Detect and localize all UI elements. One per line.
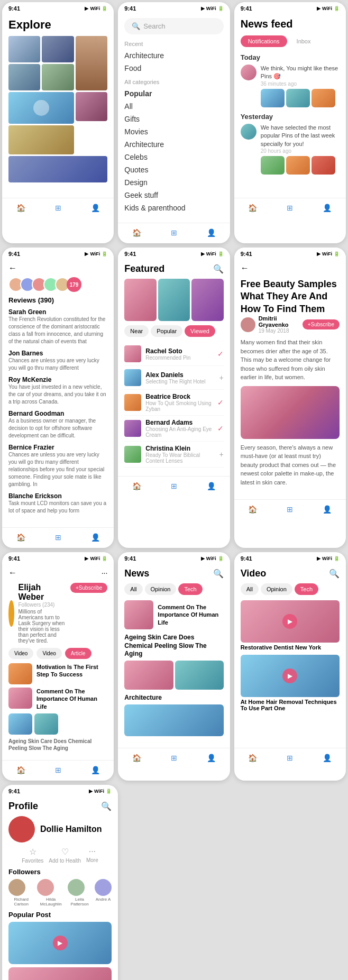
pin-item: Christina Klein Ready To Wear Biblical C… — [124, 442, 223, 468]
pin-thumb — [124, 345, 141, 362]
back-button[interactable]: ← — [241, 263, 249, 273]
nav-home[interactable]: 🏠 — [15, 765, 26, 775]
tab-video-1[interactable]: Video — [8, 648, 33, 659]
photo-cell-wide[interactable] — [8, 92, 74, 124]
more-button[interactable]: ··· — [102, 569, 108, 577]
search-icon[interactable]: 🔍 — [213, 264, 224, 274]
nav-grid[interactable]: ⊞ — [169, 481, 179, 491]
photo-cell[interactable] — [8, 64, 40, 90]
play-button[interactable]: ▶ — [282, 668, 297, 683]
nav-home[interactable]: 🏠 — [248, 203, 258, 213]
more-label: More — [86, 857, 98, 863]
filter-near[interactable]: Near — [124, 325, 149, 337]
news-filter-tech[interactable]: Tech — [178, 583, 202, 595]
pin-check-done: ✓ — [217, 398, 224, 407]
nav-profile[interactable]: 👤 — [90, 532, 100, 543]
nav-profile[interactable]: 👤 — [90, 203, 100, 213]
news-filter-all[interactable]: All — [124, 583, 142, 595]
nav-grid[interactable]: ⊞ — [285, 203, 295, 213]
nav-grid[interactable]: ⊞ — [53, 532, 63, 543]
subscribe-button[interactable]: +Subscribe — [70, 583, 107, 593]
pin-check-done: ✓ — [217, 350, 224, 358]
video-card-1: ▶ Restorative Dentist New York — [241, 600, 340, 651]
followers-row: Richard Carlson Hilda McLaughlin Leila P… — [8, 879, 112, 906]
nav-home[interactable]: 🏠 — [248, 753, 258, 763]
filter-popular[interactable]: Popular — [151, 325, 182, 337]
review-count: 179 — [67, 277, 81, 292]
search-cat-architecture[interactable]: Architecture — [124, 138, 223, 151]
tab-video-2[interactable]: Video — [36, 648, 61, 659]
news-img — [124, 661, 173, 690]
profile-action-more[interactable]: ··· More — [86, 847, 98, 864]
search-cat-celebs[interactable]: Celebs — [124, 151, 223, 163]
profile-action-favorites[interactable]: ☆ Favorites — [22, 847, 43, 864]
status-icons: ▶WiFi🔋 — [85, 6, 107, 11]
photo-cell[interactable] — [42, 64, 74, 90]
follower-name: Richard Carlson — [8, 897, 34, 906]
back-button[interactable]: ← — [8, 263, 17, 273]
elijah-header: ← ··· — [8, 568, 107, 578]
nav-profile[interactable]: 👤 — [90, 765, 100, 775]
video-filter-tech[interactable]: Tech — [295, 583, 318, 595]
nav-grid[interactable]: ⊞ — [285, 504, 295, 515]
play-button[interactable]: ▶ — [53, 936, 68, 950]
search-cat-geek[interactable]: Geek stuff — [124, 189, 223, 202]
video-thumbnail-1[interactable]: ▶ — [241, 600, 340, 643]
photo-cell[interactable] — [8, 125, 74, 154]
search-recent-architecture[interactable]: Architecture — [124, 49, 223, 62]
search-cat-all[interactable]: All — [124, 100, 223, 113]
video-filter-all[interactable]: All — [241, 583, 259, 595]
nav-home[interactable]: 🏠 — [248, 504, 258, 515]
review-item: Blanche Erickson Task mount LCD monitors… — [8, 492, 107, 515]
nav-grid[interactable]: ⊞ — [169, 227, 179, 238]
play-button[interactable]: ▶ — [282, 614, 297, 629]
nav-profile[interactable]: 👤 — [206, 753, 216, 763]
nav-profile[interactable]: 👤 — [322, 504, 333, 515]
nav-profile[interactable]: 👤 — [322, 203, 333, 213]
status-icons: ▶WiFi🔋 — [317, 6, 340, 11]
photo-cell[interactable] — [76, 92, 107, 121]
nav-grid[interactable]: ⊞ — [53, 765, 63, 775]
search-icon[interactable]: 🔍 — [329, 569, 340, 579]
photo-cell[interactable] — [8, 36, 40, 62]
video-thumbnail-2[interactable]: ▶ — [241, 655, 340, 697]
news-filter-opinion[interactable]: Opinion — [145, 583, 177, 595]
nav-profile[interactable]: 👤 — [322, 753, 333, 763]
nav-grid[interactable]: ⊞ — [53, 203, 63, 213]
search-cat-quotes[interactable]: Quotes — [124, 163, 223, 176]
nav-profile[interactable]: 👤 — [206, 227, 216, 238]
photo-cell-tall[interactable] — [76, 36, 107, 90]
nav-profile[interactable]: 👤 — [206, 481, 216, 491]
tab-inbox[interactable]: Inbox — [289, 35, 318, 47]
search-cat-gifts[interactable]: Gifts — [124, 113, 223, 125]
photo-cell[interactable] — [42, 36, 74, 62]
follower-avatar — [37, 879, 54, 896]
search-recent-food[interactable]: Food — [124, 62, 223, 75]
back-button[interactable]: ← — [8, 568, 17, 578]
filter-viewed[interactable]: Viewed — [185, 325, 215, 337]
profile-action-health[interactable]: ♡ Add to Health — [49, 847, 81, 864]
search-cat-kids[interactable]: Kids & parenthood — [124, 202, 223, 214]
nav-home[interactable]: 🏠 — [132, 227, 142, 238]
search-cat-popular[interactable]: Popular — [124, 87, 223, 100]
news-card-image — [124, 600, 153, 629]
nav-home[interactable]: 🏠 — [132, 753, 142, 763]
photo-cell[interactable] — [8, 156, 107, 182]
review-item: Jon Barnes Chances are unless you are ve… — [8, 350, 107, 372]
nav-grid[interactable]: ⊞ — [285, 753, 295, 763]
pin-item: Bernard Adams Choosing An Anti-Aging Eye… — [124, 416, 223, 442]
tab-article[interactable]: Article — [65, 648, 91, 659]
search-icon[interactable]: 🔍 — [101, 801, 112, 811]
nav-home[interactable]: 🏠 — [132, 481, 142, 491]
search-bar[interactable]: 🔍 Search — [124, 18, 223, 34]
nav-home[interactable]: 🏠 — [15, 532, 26, 543]
tab-notifications[interactable]: Notifications — [241, 35, 287, 47]
search-icon[interactable]: 🔍 — [213, 569, 224, 579]
star-icon: ☆ — [22, 847, 43, 857]
subscribe-button[interactable]: +Subscribe — [303, 319, 340, 329]
nav-grid[interactable]: ⊞ — [169, 753, 179, 763]
search-cat-movies[interactable]: Movies — [124, 125, 223, 138]
search-cat-design[interactable]: Design — [124, 176, 223, 189]
nav-home[interactable]: 🏠 — [15, 203, 26, 213]
video-filter-opinion[interactable]: Opinion — [261, 583, 292, 595]
